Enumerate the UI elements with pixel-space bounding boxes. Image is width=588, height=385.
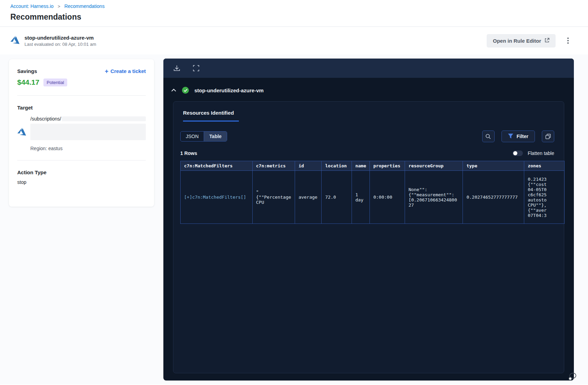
region-text: Region: eastus bbox=[30, 146, 146, 151]
open-rule-editor-button[interactable]: Open in Rule Editor bbox=[487, 34, 556, 48]
action-type-label: Action Type bbox=[17, 169, 146, 175]
cell-properties: 0:00:00 bbox=[370, 171, 405, 224]
column-header: id bbox=[295, 161, 322, 171]
azure-icon bbox=[17, 128, 26, 151]
matched-filters-expand-link[interactable]: [+]c7n:MatchedFilters[] bbox=[184, 195, 246, 200]
card-divider bbox=[17, 95, 146, 96]
external-link-icon bbox=[545, 38, 549, 44]
target-path-text: /subscriptions/ bbox=[30, 116, 61, 122]
cell-resource-group: None"": {""measurement"": [0.20671066342… bbox=[405, 171, 463, 224]
table-controls-row: JSON Table Filter bbox=[173, 131, 564, 142]
target-label: Target bbox=[17, 105, 146, 111]
filter-icon bbox=[508, 134, 513, 139]
column-header: c7n:MatchedFilters bbox=[181, 161, 253, 171]
page-title: Recommendations bbox=[10, 12, 578, 22]
panel-toolbar bbox=[163, 59, 574, 78]
column-header: type bbox=[463, 161, 524, 171]
flatten-table-toggle[interactable] bbox=[513, 150, 523, 156]
cell-id: average bbox=[295, 171, 322, 224]
rows-count: 1 Rows bbox=[180, 150, 197, 156]
table-view-button[interactable]: Table bbox=[204, 132, 227, 141]
content-area: Savings + Create a ticket $44.17 Potenti… bbox=[0, 54, 588, 384]
create-ticket-button[interactable]: + Create a ticket bbox=[105, 68, 146, 74]
cell-zones: 0.21423 {""cost 04-05T0 c6cf625 autosto … bbox=[524, 171, 565, 224]
json-view-button[interactable]: JSON bbox=[181, 132, 204, 141]
check-circle-icon bbox=[182, 87, 189, 94]
rule-result-row: stop-underutilized-azure-vm bbox=[163, 78, 574, 101]
redacted-target-text bbox=[62, 116, 146, 121]
cell-name: 1 day bbox=[352, 171, 369, 224]
savings-amount: $44.17 bbox=[17, 78, 39, 86]
redacted-target-text bbox=[30, 124, 146, 140]
breadcrumb-account-link[interactable]: Account: Harness.io bbox=[10, 3, 53, 9]
azure-icon bbox=[10, 36, 20, 45]
breadcrumb-separator: > bbox=[58, 4, 60, 9]
recommendation-title: stop-underutilized-azure-vm bbox=[24, 35, 96, 41]
plus-icon: + bbox=[105, 69, 109, 74]
resources-card: Resources Identified JSON Table Filter bbox=[173, 101, 564, 373]
results-table: c7n:MatchedFilters c7n:metrics id locati… bbox=[180, 161, 565, 224]
card-divider bbox=[17, 160, 146, 160]
chevron-up-icon[interactable] bbox=[171, 89, 176, 92]
rule-result-title: stop-underutilized-azure-vm bbox=[194, 87, 264, 93]
fullscreen-icon[interactable] bbox=[192, 64, 201, 73]
filter-label: Filter bbox=[517, 134, 528, 139]
download-icon[interactable] bbox=[172, 64, 181, 73]
results-panel: stop-underutilized-azure-vm Resources Id… bbox=[163, 59, 574, 381]
breadcrumb: Account: Harness.io > Recommendations bbox=[10, 3, 578, 9]
last-evaluated-text: Last evaluated on: 08 Apr, 10:01 am bbox=[24, 42, 96, 47]
copy-icon[interactable] bbox=[542, 131, 554, 142]
cell-c7n-metrics: " {""Percentage CPU bbox=[252, 171, 295, 224]
table-header-row: c7n:MatchedFilters c7n:metrics id locati… bbox=[181, 161, 565, 171]
column-header: c7n:metrics bbox=[252, 161, 295, 171]
search-icon[interactable] bbox=[482, 131, 495, 142]
kebab-menu-icon[interactable] bbox=[566, 36, 570, 45]
column-header: resourceGroup bbox=[405, 161, 463, 171]
results-table-container: c7n:MatchedFilters c7n:metrics id locati… bbox=[180, 161, 565, 224]
potential-badge: Potential bbox=[43, 79, 67, 86]
flatten-table-label: Flatten table bbox=[528, 150, 554, 156]
tab-resources-identified[interactable]: Resources Identified bbox=[183, 110, 239, 122]
summary-card: Savings + Create a ticket $44.17 Potenti… bbox=[9, 59, 154, 207]
column-header: properties bbox=[370, 161, 405, 171]
recommendation-header: stop-underutilized-azure-vm Last evaluat… bbox=[0, 27, 588, 54]
breadcrumb-recommendations-link[interactable]: Recommendations bbox=[64, 3, 105, 9]
cell-type: 0.20274652777777777 bbox=[463, 171, 524, 224]
open-rule-editor-label: Open in Rule Editor bbox=[493, 38, 541, 44]
action-type-value: stop bbox=[17, 179, 146, 185]
filter-button[interactable]: Filter bbox=[501, 131, 535, 142]
chat-help-icon[interactable] bbox=[567, 371, 578, 383]
column-header: location bbox=[322, 161, 352, 171]
savings-label: Savings bbox=[17, 68, 37, 74]
create-ticket-label: Create a ticket bbox=[110, 68, 146, 74]
top-bar: Account: Harness.io > Recommendations Re… bbox=[0, 0, 588, 27]
table-row: [+]c7n:MatchedFilters[] " {""Percentage … bbox=[181, 171, 565, 224]
cell-location: 72.0 bbox=[322, 171, 352, 224]
rows-info-row: 1 Rows Flatten table bbox=[173, 150, 564, 156]
view-mode-toggle: JSON Table bbox=[180, 131, 227, 142]
column-header: name bbox=[352, 161, 369, 171]
column-header: zones bbox=[524, 161, 565, 171]
